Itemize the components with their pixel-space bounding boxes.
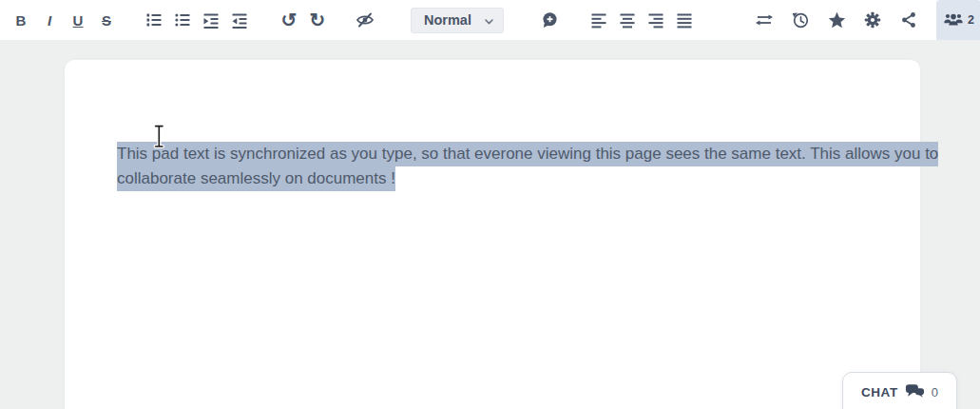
- bold-button[interactable]: B: [7, 4, 35, 36]
- clear-authorship-button[interactable]: [349, 4, 381, 36]
- italic-button[interactable]: I: [35, 4, 64, 36]
- connected-users-count: 2: [968, 13, 974, 27]
- users-group-icon: [943, 11, 964, 29]
- align-justify-icon: [676, 11, 693, 29]
- align-center-button[interactable]: [613, 4, 642, 36]
- italic-label: I: [48, 12, 51, 29]
- align-center-icon: [619, 11, 636, 29]
- favorite-star-button[interactable]: [818, 4, 855, 36]
- chat-unread-count: 0: [932, 385, 938, 399]
- bold-label: B: [16, 12, 27, 29]
- strikethrough-label: S: [102, 12, 111, 29]
- swap-arrows-icon: [755, 11, 774, 29]
- strikethrough-button[interactable]: S: [92, 4, 121, 36]
- redo-icon: ↻: [310, 10, 326, 29]
- align-right-button[interactable]: [642, 4, 670, 36]
- comment-plus-icon: [541, 11, 558, 29]
- paragraph-style-value: Normal: [424, 12, 471, 28]
- outdent-button[interactable]: [225, 4, 254, 36]
- ordered-list-button[interactable]: [140, 4, 168, 36]
- undo-button[interactable]: ↺: [275, 4, 303, 36]
- import-export-button[interactable]: [746, 4, 782, 36]
- pad-text-line-selected: collaborate seamlessly on documents !: [117, 166, 395, 191]
- star-icon: [828, 11, 846, 29]
- unordered-list-icon: [174, 11, 191, 29]
- align-left-icon: [590, 11, 607, 29]
- align-justify-button[interactable]: [670, 4, 699, 36]
- underline-label: U: [73, 12, 84, 29]
- timeslider-button[interactable]: [782, 4, 818, 36]
- chevron-down-icon: [485, 12, 493, 28]
- underline-button[interactable]: U: [64, 4, 92, 36]
- pad-editor-area[interactable]: This pad text is synchronized as you typ…: [65, 60, 920, 409]
- share-button[interactable]: [891, 4, 927, 36]
- share-icon: [900, 11, 917, 29]
- chat-launcher-inner: CHAT 0: [843, 373, 956, 409]
- indent-button[interactable]: [197, 4, 225, 36]
- add-comment-button[interactable]: [535, 4, 564, 36]
- pad-text: This pad text is synchronized as you typ…: [117, 142, 938, 191]
- chat-bubbles-icon: [905, 383, 925, 402]
- chat-label: CHAT: [861, 385, 898, 399]
- align-left-button[interactable]: [585, 4, 613, 36]
- unordered-list-button[interactable]: [168, 4, 197, 36]
- ordered-list-icon: [145, 11, 163, 29]
- connected-users-button[interactable]: 2: [936, 0, 980, 40]
- redo-button[interactable]: ↻: [303, 4, 332, 36]
- outdent-icon: [231, 11, 248, 29]
- chat-launcher[interactable]: CHAT 0: [842, 372, 957, 409]
- gear-icon: [864, 11, 881, 29]
- pad-text-line-selected: This pad text is synchronized as you typ…: [117, 142, 938, 166]
- indent-icon: [202, 11, 220, 29]
- etherpad-app: B I U S: [0, 0, 980, 409]
- eye-slash-icon: [355, 11, 375, 29]
- settings-button[interactable]: [855, 4, 891, 36]
- editor-toolbar: B I U S: [0, 0, 980, 40]
- paragraph-style-dropdown[interactable]: Normal: [411, 8, 504, 33]
- align-right-icon: [647, 11, 664, 29]
- history-clock-icon: [791, 10, 810, 29]
- undo-icon: ↺: [281, 10, 298, 29]
